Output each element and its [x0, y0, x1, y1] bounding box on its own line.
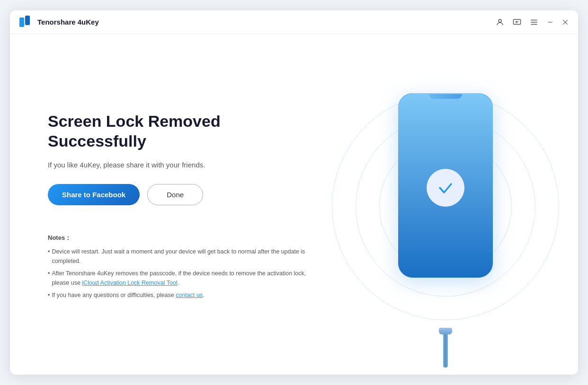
- phone-container: [370, 84, 521, 330]
- titlebar-right: [496, 18, 569, 26]
- cable-wire: [443, 334, 448, 368]
- svg-point-2: [499, 19, 501, 22]
- phone-illustration: [341, 84, 550, 330]
- main-content: Screen Lock Removed Successfully If you …: [10, 34, 578, 375]
- svg-rect-1: [25, 16, 30, 25]
- share-facebook-button[interactable]: Share to Facebook: [48, 184, 140, 205]
- app-window: Tenorshare 4uKey: [10, 10, 578, 375]
- contact-us-link[interactable]: contact us: [176, 292, 203, 298]
- note-item-3: If you have any questions or difficultie…: [48, 290, 322, 300]
- phone-notch: [429, 94, 462, 99]
- minimize-button[interactable]: [547, 19, 553, 26]
- success-title: Screen Lock Removed Successfully: [48, 111, 322, 151]
- note-item-2: After Tenorshare 4uKey removes the passc…: [48, 269, 322, 288]
- phone-body: [398, 93, 493, 278]
- close-button[interactable]: [562, 19, 569, 26]
- notes-title: Notes：: [48, 234, 322, 242]
- action-buttons: Share to Facebook Done: [48, 184, 322, 205]
- message-icon[interactable]: [513, 18, 521, 26]
- notes-section: Notes： Device will restart. Just wait a …: [48, 234, 322, 303]
- cable-connector: [439, 328, 452, 334]
- titlebar-left: Tenorshare 4uKey: [19, 16, 99, 29]
- icloud-link[interactable]: iCloud Activation Lock Removal Tool: [82, 280, 177, 286]
- menu-icon[interactable]: [530, 18, 538, 26]
- app-title: Tenorshare 4uKey: [37, 18, 99, 26]
- svg-rect-0: [19, 18, 24, 27]
- success-checkmark: [427, 169, 464, 207]
- subtitle-text: If you like 4uKey, please share it with …: [48, 161, 322, 169]
- note-item-1: Device will restart. Just wait a moment …: [48, 247, 322, 266]
- left-panel: Screen Lock Removed Successfully If you …: [48, 111, 341, 303]
- phone-screen: [399, 99, 492, 277]
- usb-cable: [439, 328, 452, 368]
- user-icon[interactable]: [496, 18, 504, 26]
- titlebar: Tenorshare 4uKey: [10, 10, 578, 34]
- done-button[interactable]: Done: [147, 184, 203, 205]
- app-logo: [19, 16, 33, 29]
